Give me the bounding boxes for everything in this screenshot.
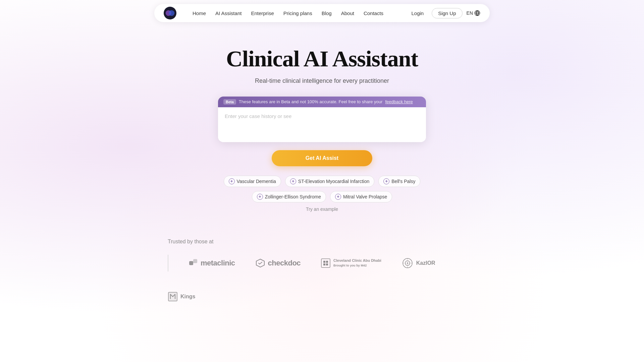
- nav-link-blog[interactable]: Blog: [322, 10, 332, 16]
- nav-link-contacts[interactable]: Contacts: [364, 10, 383, 16]
- checkdoc-name: checkdoc: [268, 259, 301, 267]
- svg-rect-7: [321, 259, 330, 267]
- pill-label-mitral: Mitral Valve Prolapse: [343, 194, 387, 199]
- kings-name: Kings: [180, 294, 195, 300]
- try-example-label: Try an example: [306, 206, 338, 212]
- navbar-wrapper: Home AI Assistant Enterprise Pricing pla…: [0, 0, 644, 26]
- kings-logo: Kings: [168, 292, 195, 302]
- hero-title: Clinical AI Assistant: [226, 46, 418, 71]
- pill-label-bells: Bell's Palsy: [391, 179, 415, 184]
- examples-row-2: + Zollinger-Ellison Syndrome + Mitral Va…: [252, 191, 392, 202]
- kazior-icon: [401, 257, 414, 269]
- language-button[interactable]: EN: [467, 10, 480, 16]
- kings-icon: [168, 292, 178, 302]
- svg-rect-6: [193, 259, 197, 263]
- nav-link-enterprise[interactable]: Enterprise: [251, 10, 274, 16]
- feedback-link[interactable]: feedback here: [385, 99, 413, 104]
- nav-link-home[interactable]: Home: [193, 10, 206, 16]
- pill-label-vascular: Vascular Dementia: [237, 179, 276, 184]
- example-pill-bells[interactable]: + Bell's Palsy: [378, 176, 420, 187]
- login-button[interactable]: Login: [407, 8, 428, 18]
- svg-rect-11: [326, 263, 328, 265]
- checkdoc-logo: checkdoc: [255, 258, 301, 268]
- cleveland-name: Cleveland Clinic Abu Dhabi Brought to yo…: [333, 258, 381, 268]
- example-pill-vascular[interactable]: + Vascular Dementia: [224, 176, 281, 187]
- svg-rect-5: [189, 261, 193, 265]
- pill-plus-icon-stemi: +: [290, 178, 296, 184]
- pill-plus-icon-mitral: +: [335, 194, 341, 200]
- cleveland-logo: Cleveland Clinic Abu Dhabi Brought to yo…: [321, 258, 381, 268]
- beta-banner: Beta These features are in Beta and not …: [218, 97, 426, 107]
- svg-rect-10: [323, 263, 325, 265]
- pill-label-zollinger: Zollinger-Ellison Syndrome: [265, 194, 321, 199]
- case-history-textarea[interactable]: [218, 107, 426, 141]
- hero-section: Clinical AI Assistant Real-time clinical…: [0, 26, 644, 239]
- hero-subtitle: Real-time clinical intelligence for ever…: [255, 77, 389, 84]
- nav-links: Home AI Assistant Enterprise Pricing pla…: [193, 10, 396, 16]
- globe-icon: [474, 10, 480, 16]
- svg-rect-9: [326, 261, 328, 263]
- nav-actions: Login Sign Up EN: [407, 8, 480, 18]
- metaclinic-icon: [189, 258, 198, 268]
- navbar: Home AI Assistant Enterprise Pricing pla…: [154, 4, 490, 22]
- signup-button[interactable]: Sign Up: [432, 8, 462, 18]
- nav-link-ai-assistant[interactable]: AI Assistant: [215, 10, 241, 16]
- pill-plus-icon-bells: +: [383, 178, 389, 184]
- nav-link-about[interactable]: About: [341, 10, 354, 16]
- beta-tag: Beta: [223, 99, 236, 105]
- metaclinic-logo: metaclinic: [189, 258, 235, 268]
- lang-label: EN: [467, 10, 473, 16]
- logo-icon: [164, 7, 176, 19]
- logo[interactable]: [164, 7, 176, 19]
- kazior-name: KazIOR: [416, 260, 435, 266]
- examples-row-1: + Vascular Dementia + ST-Elevation Myoca…: [224, 176, 421, 187]
- kazior-logo: KazIOR: [401, 257, 435, 269]
- pill-label-stemi: ST-Elevation Myocardial Infarction: [298, 179, 369, 184]
- trusted-section: Trusted by those at metaclinic checkdoc: [154, 239, 490, 322]
- svg-rect-8: [323, 261, 325, 263]
- metaclinic-name: metaclinic: [201, 259, 235, 267]
- example-pill-stemi[interactable]: + ST-Elevation Myocardial Infarction: [285, 176, 374, 187]
- example-pill-zollinger[interactable]: + Zollinger-Ellison Syndrome: [252, 191, 326, 202]
- beta-text: These features are in Beta and not 100% …: [239, 99, 383, 104]
- pill-plus-icon-zollinger: +: [257, 194, 263, 200]
- logos-row: metaclinic checkdoc Cleveland Clinic Abu…: [168, 255, 476, 302]
- nav-link-pricing[interactable]: Pricing plans: [283, 10, 312, 16]
- cleveland-icon: [321, 258, 331, 268]
- pill-plus-icon-vascular: +: [229, 178, 235, 184]
- main-input-card: Beta These features are in Beta and not …: [218, 97, 426, 142]
- get-ai-assist-button[interactable]: Get AI Assist: [272, 150, 372, 166]
- example-pill-mitral[interactable]: + Mitral Valve Prolapse: [330, 191, 392, 202]
- trusted-title: Trusted by those at: [168, 239, 476, 245]
- svg-point-2: [169, 10, 174, 16]
- checkdoc-icon: [255, 258, 265, 268]
- logo-divider: [168, 255, 168, 272]
